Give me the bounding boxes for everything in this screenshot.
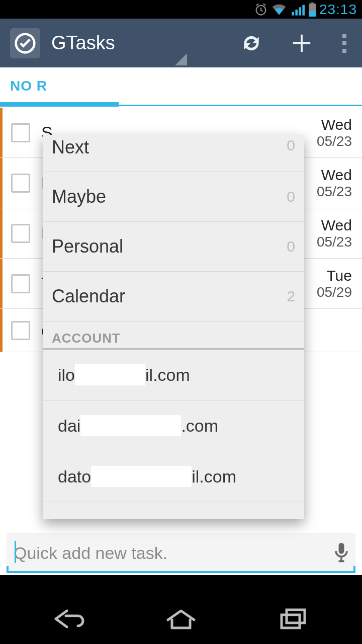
recents-button[interactable] [250,601,336,636]
dropdown-list-item[interactable]: Personal 0 [43,222,304,272]
battery-icon [308,3,316,17]
dropdown-item-count: 2 [287,288,295,305]
task-date: Wed 05/23 [317,167,352,200]
svg-rect-4 [302,5,305,15]
task-checkbox[interactable] [11,224,30,243]
priority-accent [0,259,3,308]
svg-rect-11 [287,610,305,623]
svg-rect-7 [309,11,316,17]
signal-icon [290,3,305,17]
task-checkbox[interactable] [11,274,30,293]
action-bar: GTasks [0,19,362,67]
account-suffix: il.com [192,467,236,487]
account-prefix: dato [58,467,91,487]
active-tab-label: NO R [10,78,47,94]
dropdown-account-item[interactable]: dai .com [43,400,304,451]
account-suffix: il.com [145,365,190,385]
wifi-icon [271,3,287,17]
dropdown-item-label: Personal [52,236,123,257]
account-prefix: ilo [58,365,75,385]
task-checkbox[interactable] [11,174,30,193]
svg-rect-1 [292,12,294,15]
task-date: Wed 05/23 [317,116,352,149]
task-date: Wed 05/23 [317,217,352,250]
app-icon[interactable] [10,28,40,58]
task-checkbox[interactable] [11,321,30,340]
task-date: Tue 05/29 [317,267,352,300]
dropdown-list-item[interactable]: Calendar 2 [43,272,304,321]
account-suffix: .com [181,416,218,436]
dropdown-item-label: Next [52,137,89,158]
priority-accent [0,158,3,208]
quick-add-input[interactable]: Quick add new task. [7,533,355,573]
dropdown-account-item[interactable]: ilo il.com [43,350,304,400]
dropdown-item-count: 0 [287,188,295,205]
home-button[interactable] [138,601,224,636]
spinner-indicator-icon[interactable] [175,53,187,65]
dropdown-account-item[interactable]: dato il.com [43,451,304,502]
status-clock: 23:13 [319,2,357,18]
svg-rect-10 [282,615,300,628]
dropdown-list-item[interactable]: Next 0 [43,135,304,172]
svg-rect-3 [299,7,301,15]
sync-button[interactable] [226,19,277,67]
dropdown-item-label: Maybe [52,186,106,207]
add-button[interactable] [277,19,327,67]
status-bar: 23:13 [0,0,362,19]
dropdown-footer [43,502,304,519]
svg-rect-9 [339,543,344,554]
back-button[interactable] [27,601,112,636]
mic-button[interactable] [334,543,348,563]
svg-rect-6 [310,3,314,4]
priority-accent [0,309,3,352]
priority-accent [0,108,3,157]
redaction-mask [80,415,181,436]
list-dropdown: Next 0 Maybe 0 Personal 0 Calendar 2 ACC… [43,135,304,519]
system-nav-bar [0,594,362,644]
quick-add-placeholder: Quick add new task. [14,543,334,563]
svg-rect-2 [295,10,298,16]
content-area: NO R S Wed 05/23 M Wed 05/23 M [0,67,362,575]
dropdown-list-item[interactable]: Maybe 0 [43,172,304,222]
task-checkbox[interactable] [11,123,30,142]
dropdown-section-header: ACCOUNT [43,321,304,350]
overflow-menu-button[interactable] [327,19,362,67]
tab-indicator [0,105,362,107]
redaction-mask [91,466,192,487]
overflow-icon [342,34,346,53]
dropdown-item-count: 0 [287,238,295,255]
alarm-icon [254,3,268,17]
text-caret [15,541,16,563]
dropdown-item-label: Calendar [52,286,125,307]
account-prefix: dai [58,416,80,436]
tab-strip[interactable]: NO R [0,67,362,106]
redaction-mask [75,364,145,385]
app-title[interactable]: GTasks [51,32,115,54]
priority-accent [0,208,3,258]
dropdown-item-count: 0 [287,137,295,154]
input-underline [7,571,355,573]
